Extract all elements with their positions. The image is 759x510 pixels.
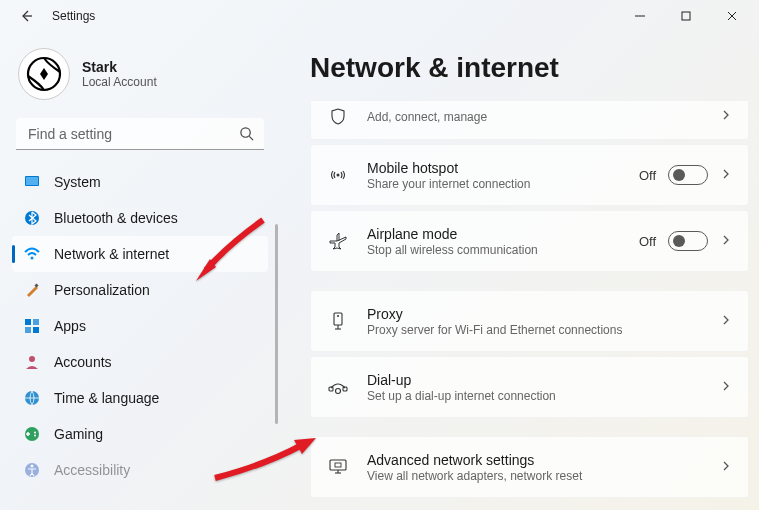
sidebar-item-accessibility[interactable]: Accessibility xyxy=(12,452,268,488)
hotspot-toggle[interactable] xyxy=(668,165,708,185)
sidebar-item-label: Gaming xyxy=(54,426,103,442)
sidebar-item-personalization[interactable]: Personalization xyxy=(12,272,268,308)
airplane-toggle[interactable] xyxy=(668,231,708,251)
toggle-state-label: Off xyxy=(639,168,656,183)
window-title: Settings xyxy=(52,9,95,23)
svg-point-27 xyxy=(337,315,339,317)
card-sub: Add, connect, manage xyxy=(367,110,702,124)
sidebar-item-label: Network & internet xyxy=(54,246,169,262)
svg-point-17 xyxy=(29,356,35,362)
svg-point-25 xyxy=(337,174,340,177)
card-mobile-hotspot[interactable]: Mobile hotspot Share your internet conne… xyxy=(310,144,749,206)
card-title: Advanced network settings xyxy=(367,452,702,468)
chevron-right-icon xyxy=(720,108,732,124)
wifi-icon xyxy=(24,246,40,262)
svg-rect-33 xyxy=(330,460,346,470)
page-title: Network & internet xyxy=(310,52,749,84)
maximize-button[interactable] xyxy=(663,0,709,32)
brush-icon xyxy=(24,282,40,298)
card-sub: Set up a dial-up internet connection xyxy=(367,389,702,403)
system-icon xyxy=(24,174,40,190)
titlebar: Settings xyxy=(0,0,759,32)
profile-block[interactable]: Stark Local Account xyxy=(0,40,280,118)
card-sub: Share your internet connection xyxy=(367,177,621,191)
svg-rect-9 xyxy=(26,177,38,185)
globe-clock-icon xyxy=(24,390,40,406)
main-content: Network & internet Add, connect, manage … xyxy=(280,32,759,510)
back-button[interactable] xyxy=(16,6,36,26)
avatar xyxy=(18,48,70,100)
sidebar-item-gaming[interactable]: Gaming xyxy=(12,416,268,452)
vpn-shield-icon xyxy=(327,107,349,125)
minimize-button[interactable] xyxy=(617,0,663,32)
bluetooth-icon xyxy=(24,210,40,226)
svg-point-24 xyxy=(31,465,34,468)
sidebar-item-apps[interactable]: Apps xyxy=(12,308,268,344)
card-title: Airplane mode xyxy=(367,226,621,242)
airplane-icon xyxy=(327,231,349,251)
sidebar-item-label: Accounts xyxy=(54,354,112,370)
svg-rect-26 xyxy=(334,313,342,325)
gaming-icon xyxy=(24,426,40,442)
dialup-icon xyxy=(327,378,349,396)
svg-rect-16 xyxy=(33,327,39,333)
chevron-right-icon xyxy=(720,167,732,183)
card-sub: Stop all wireless communication xyxy=(367,243,621,257)
svg-rect-36 xyxy=(335,463,341,467)
svg-point-21 xyxy=(34,432,36,434)
search-icon xyxy=(239,126,254,144)
sidebar-item-label: Personalization xyxy=(54,282,150,298)
sidebar-item-label: System xyxy=(54,174,101,190)
card-title: Mobile hotspot xyxy=(367,160,621,176)
sidebar-item-network[interactable]: Network & internet xyxy=(12,236,268,272)
svg-rect-13 xyxy=(25,319,31,325)
chevron-right-icon xyxy=(720,233,732,249)
sidebar-item-time[interactable]: Time & language xyxy=(12,380,268,416)
sidebar: Stark Local Account System Bluetooth & d… xyxy=(0,32,280,510)
svg-rect-1 xyxy=(682,12,690,20)
accessibility-icon xyxy=(24,462,40,478)
sidebar-scrollbar[interactable] xyxy=(275,224,278,424)
toggle-state-label: Off xyxy=(639,234,656,249)
sidebar-item-system[interactable]: System xyxy=(12,164,268,200)
card-advanced-network[interactable]: Advanced network settings View all netwo… xyxy=(310,436,749,498)
profile-name: Stark xyxy=(82,59,157,75)
nav-list: System Bluetooth & devices Network & int… xyxy=(0,164,280,488)
chevron-right-icon xyxy=(720,379,732,395)
card-title: Proxy xyxy=(367,306,702,322)
hotspot-icon xyxy=(327,165,349,185)
monitor-ethernet-icon xyxy=(327,457,349,477)
card-title: Dial-up xyxy=(367,372,702,388)
chevron-right-icon xyxy=(720,459,732,475)
sidebar-item-bluetooth[interactable]: Bluetooth & devices xyxy=(12,200,268,236)
card-proxy[interactable]: Proxy Proxy server for Wi-Fi and Etherne… xyxy=(310,290,749,352)
svg-point-6 xyxy=(241,128,250,137)
apps-icon xyxy=(24,318,40,334)
proxy-icon xyxy=(327,311,349,331)
svg-point-11 xyxy=(31,257,34,260)
card-sub: View all network adapters, network reset xyxy=(367,469,702,483)
accounts-icon xyxy=(24,354,40,370)
card-sub: Proxy server for Wi-Fi and Ethernet conn… xyxy=(367,323,702,337)
sidebar-item-label: Bluetooth & devices xyxy=(54,210,178,226)
sidebar-item-label: Apps xyxy=(54,318,86,334)
sidebar-item-label: Time & language xyxy=(54,390,159,406)
svg-line-7 xyxy=(249,136,253,140)
sidebar-item-label: Accessibility xyxy=(54,462,130,478)
close-button[interactable] xyxy=(709,0,755,32)
svg-point-32 xyxy=(336,389,341,394)
profile-sub: Local Account xyxy=(82,75,157,89)
search-input[interactable] xyxy=(16,118,264,150)
card-dialup[interactable]: Dial-up Set up a dial-up internet connec… xyxy=(310,356,749,418)
svg-rect-15 xyxy=(25,327,31,333)
svg-point-22 xyxy=(34,435,36,437)
svg-rect-14 xyxy=(33,319,39,325)
sidebar-item-accounts[interactable]: Accounts xyxy=(12,344,268,380)
chevron-right-icon xyxy=(720,313,732,329)
card-vpn[interactable]: Add, connect, manage xyxy=(310,100,749,140)
card-airplane-mode[interactable]: Airplane mode Stop all wireless communic… xyxy=(310,210,749,272)
